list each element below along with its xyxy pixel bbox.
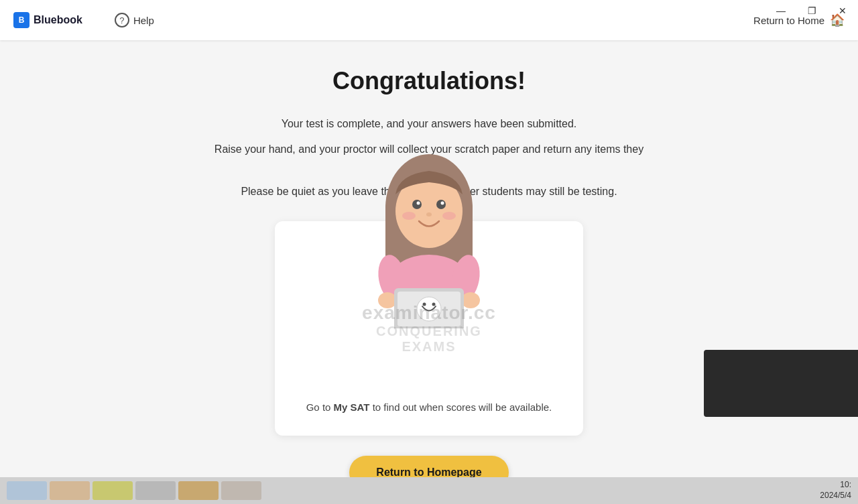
message-submitted: Your test is complete, and your answers … <box>282 115 577 133</box>
taskbar-item[interactable] <box>135 481 176 500</box>
svg-point-10 <box>426 212 432 216</box>
svg-point-5 <box>436 200 446 209</box>
taskbar-items <box>7 481 261 500</box>
taskbar-item[interactable] <box>50 481 90 500</box>
taskbar-item[interactable] <box>178 481 219 500</box>
help-label: Help <box>133 15 154 26</box>
close-button[interactable]: ✕ <box>827 0 858 21</box>
info-card: examinator.cc CONQUERING EXAMS Go to My … <box>275 221 583 436</box>
card-score-text: Go to My SAT to find out when scores wil… <box>306 399 552 416</box>
bluebook-logo: B Bluebook <box>13 12 82 28</box>
window-controls: — ❐ ✕ <box>765 0 858 21</box>
dark-overlay-widget <box>704 350 858 417</box>
return-homepage-label: Return to Homepage <box>376 466 481 478</box>
svg-point-6 <box>417 202 420 205</box>
my-sat-bold: My SAT <box>334 401 370 413</box>
logo-icon: B <box>13 12 29 28</box>
clock-time: 10: <box>820 480 851 491</box>
taskbar-item[interactable] <box>93 481 133 500</box>
help-button[interactable]: ? Help <box>115 13 154 27</box>
svg-point-19 <box>423 303 426 306</box>
taskbar: 10: 2024/5/4 <box>0 477 858 504</box>
svg-point-9 <box>442 212 456 220</box>
help-icon: ? <box>115 13 129 27</box>
taskbar-item[interactable] <box>7 481 47 500</box>
app-name: Bluebook <box>34 14 82 26</box>
minimize-button[interactable]: — <box>765 0 796 21</box>
app-header: B Bluebook ? Help Return to Home 🏠 <box>0 0 858 40</box>
svg-point-14 <box>378 292 397 308</box>
svg-point-8 <box>402 212 416 220</box>
restore-button[interactable]: ❐ <box>796 0 827 21</box>
character-illustration <box>335 141 523 328</box>
svg-point-15 <box>461 292 480 308</box>
main-content: Congratulations! Your test is complete, … <box>0 40 858 504</box>
svg-point-7 <box>441 202 444 205</box>
svg-point-18 <box>417 297 441 321</box>
svg-point-4 <box>412 200 422 209</box>
congratulations-title: Congratulations! <box>332 67 526 95</box>
taskbar-clock: 10: 2024/5/4 <box>820 480 851 501</box>
svg-point-20 <box>432 303 436 306</box>
header-left: B Bluebook ? Help <box>13 12 154 28</box>
clock-date: 2024/5/4 <box>820 491 851 501</box>
taskbar-item[interactable] <box>221 481 261 500</box>
